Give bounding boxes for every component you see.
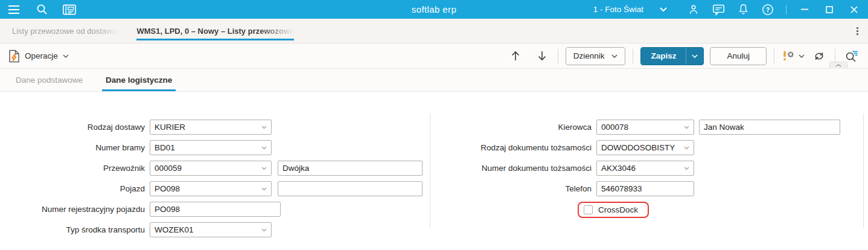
typ-srodka-transportu-combo[interactable]: WOZEK01 bbox=[150, 222, 272, 237]
help-icon[interactable]: ? bbox=[761, 3, 774, 16]
field-label: Rodzaj dostawy bbox=[0, 123, 145, 132]
chevron-down-icon bbox=[684, 126, 689, 129]
telefon-field[interactable] bbox=[596, 181, 694, 196]
field-label: Numer bramy bbox=[0, 143, 145, 152]
chat-icon[interactable] bbox=[712, 3, 725, 16]
field-label: Typ środka transportu bbox=[0, 225, 145, 234]
form-row: Numer bramy BD01 bbox=[0, 140, 430, 155]
field-label: Telefon bbox=[430, 184, 592, 193]
kierowca-name-field[interactable] bbox=[699, 120, 840, 135]
pojazd-name-field[interactable] bbox=[278, 181, 423, 196]
operations-document-bolt-icon bbox=[8, 50, 20, 63]
logistics-form: Rodzaj dostawy KURIER Numer bramy BD01 P… bbox=[0, 92, 868, 250]
search-icon[interactable] bbox=[35, 3, 48, 16]
journal-icon[interactable] bbox=[63, 3, 76, 16]
rodzaj-dostawy-combo[interactable]: KURIER bbox=[150, 120, 272, 135]
minimize-icon[interactable] bbox=[798, 3, 811, 16]
chevron-down-icon bbox=[63, 54, 69, 58]
chevron-down-icon[interactable] bbox=[686, 48, 703, 65]
chevron-down-icon bbox=[611, 54, 617, 58]
form-column-left: Rodzaj dostawy KURIER Numer bramy BD01 P… bbox=[0, 120, 430, 243]
kierowca-combo[interactable]: 000078 bbox=[596, 120, 694, 135]
przewoznik-combo[interactable]: 000059 bbox=[150, 161, 272, 176]
form-row: Numer rejestracyjny pojazdu bbox=[0, 202, 430, 217]
save-split-button[interactable]: Zapisz bbox=[640, 47, 704, 65]
journal-dropdown[interactable]: Dziennik bbox=[566, 47, 626, 65]
crossdock-label: CrossDock bbox=[598, 205, 638, 214]
subtab-dane-podstawowe[interactable]: Dane podstawowe bbox=[12, 69, 86, 91]
chevron-down-icon bbox=[261, 228, 267, 232]
title-bar: softlab erp 1 - Foto Świat ? bbox=[0, 0, 868, 19]
field-label: Numer dokumentu tożsamości bbox=[430, 164, 592, 173]
chevron-down-icon bbox=[660, 7, 667, 11]
tab-listy-przewozowe[interactable]: Listy przewozowe od dostawcy bbox=[12, 19, 120, 43]
subtab-label: Dane logistyczne bbox=[106, 75, 172, 85]
toolbar-divider bbox=[774, 49, 774, 63]
titlebar-divider bbox=[786, 5, 787, 14]
cancel-button[interactable]: Anuluj bbox=[710, 47, 767, 65]
svg-text:?: ? bbox=[766, 6, 770, 13]
tab-label: WMS1, LPD, 0 – Nowy – Listy przewozowe bbox=[136, 27, 294, 36]
cancel-label: Anuluj bbox=[727, 51, 750, 60]
subtab-dane-logistyczne[interactable]: Dane logistyczne bbox=[102, 69, 176, 91]
form-row: Typ środka transportu WOZEK01 bbox=[0, 222, 430, 237]
menu-icon[interactable] bbox=[7, 3, 21, 16]
form-row: Rodzaj dokumentu tożsamości DOWODOSOBIST… bbox=[430, 140, 868, 155]
refresh-icon[interactable] bbox=[811, 48, 828, 65]
close-icon[interactable] bbox=[847, 3, 861, 16]
document-tab-bar: Listy przewozowe od dostawcy WMS1, LPD, … bbox=[0, 19, 868, 43]
warning-gear-dropdown[interactable] bbox=[782, 50, 805, 62]
form-column-right: Kierowca 000078 Rodzaj dokumentu tożsamo… bbox=[430, 120, 868, 218]
crossdock-checkbox[interactable] bbox=[584, 205, 593, 214]
arrow-down-icon[interactable] bbox=[534, 48, 550, 65]
form-row: Kierowca 000078 bbox=[430, 120, 868, 135]
field-label: Numer rejestracyjny pojazdu bbox=[0, 205, 145, 214]
form-row: Przewoźnik 000059 bbox=[0, 161, 430, 176]
numer-rejestracyjny-field[interactable] bbox=[150, 202, 281, 217]
kebab-menu-icon[interactable] bbox=[857, 27, 858, 35]
toolbar-divider bbox=[633, 49, 633, 63]
form-row: CrossDock bbox=[578, 202, 868, 218]
company-selector[interactable]: 1 - Foto Świat bbox=[593, 5, 667, 14]
operations-label: Operacje bbox=[25, 51, 58, 60]
rodzaj-dokumentu-combo[interactable]: DOWODOSOBISTY bbox=[596, 140, 694, 155]
operations-menu-button[interactable]: Operacje bbox=[8, 50, 69, 63]
form-row: Rodzaj dostawy KURIER bbox=[0, 120, 430, 135]
form-row: Pojazd PO098 bbox=[0, 181, 430, 196]
app-window: softlab erp 1 - Foto Świat ? bbox=[0, 0, 868, 250]
tab-wms1-lpd-nowy[interactable]: WMS1, LPD, 0 – Nowy – Listy przewozowe bbox=[136, 19, 294, 43]
toolbar-divider bbox=[558, 49, 558, 63]
chevron-down-icon bbox=[684, 167, 689, 170]
field-label: Pojazd bbox=[0, 184, 145, 193]
collapse-toolbar-icon[interactable] bbox=[829, 62, 847, 69]
chevron-down-icon bbox=[684, 146, 689, 150]
user-icon[interactable] bbox=[687, 3, 700, 16]
pojazd-combo[interactable]: PO098 bbox=[150, 181, 272, 196]
field-label: Przewoźnik bbox=[0, 164, 145, 173]
save-label: Zapisz bbox=[641, 48, 686, 65]
tab-label: Listy przewozowe od dostawcy bbox=[12, 27, 120, 36]
toolbar-divider bbox=[835, 49, 835, 63]
chevron-down-icon bbox=[261, 187, 267, 191]
company-name: 1 - Foto Świat bbox=[593, 5, 643, 14]
warning-gear-icon bbox=[782, 50, 795, 62]
field-label: Rodzaj dokumentu tożsamości bbox=[430, 143, 592, 152]
numer-bramy-combo[interactable]: BD01 bbox=[150, 140, 272, 155]
form-row: Telefon bbox=[430, 181, 868, 196]
numer-dokumentu-combo[interactable]: AKX3046 bbox=[596, 161, 694, 176]
arrow-up-icon[interactable] bbox=[507, 48, 524, 65]
toolbar: Operacje Dziennik Zapisz bbox=[0, 43, 868, 69]
chevron-down-icon bbox=[261, 167, 267, 170]
crossdock-highlight-annotation: CrossDock bbox=[578, 202, 649, 218]
subtab-label: Dane podstawowe bbox=[16, 75, 83, 85]
chevron-down-icon bbox=[261, 146, 267, 150]
field-label: Kierowca bbox=[430, 123, 592, 132]
bell-icon[interactable] bbox=[736, 3, 750, 16]
journal-label: Dziennik bbox=[573, 51, 605, 60]
form-subtab-bar: Dane podstawowe Dane logistyczne bbox=[0, 69, 868, 92]
form-row: Numer dokumentu tożsamości AKX3046 bbox=[430, 161, 868, 176]
chevron-down-icon bbox=[799, 54, 805, 58]
przewoznik-name-field[interactable] bbox=[278, 161, 423, 176]
chevron-down-icon bbox=[261, 126, 267, 129]
maximize-icon[interactable] bbox=[823, 3, 836, 16]
